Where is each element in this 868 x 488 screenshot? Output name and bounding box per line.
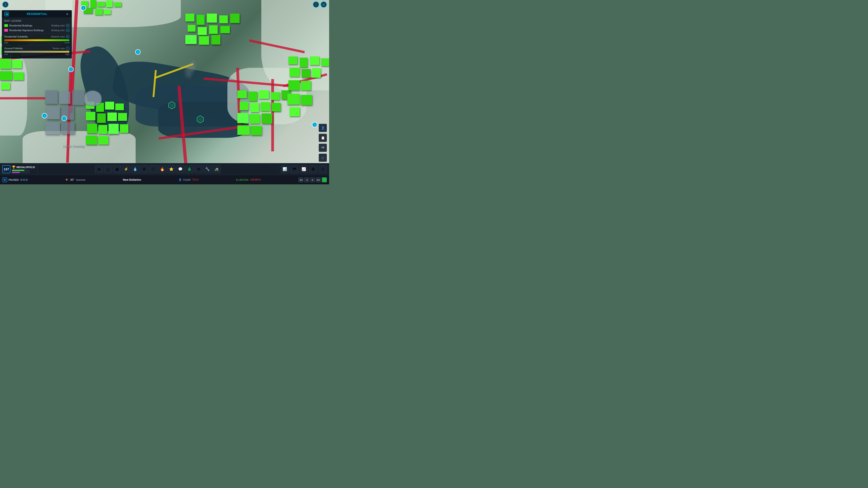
toolbar-buildings-button[interactable]: 🏛 [309,165,317,173]
svg-text:⬡: ⬡ [170,104,173,107]
toolbar-btn-parks[interactable]: 🌲 [185,165,193,173]
city-level-badge: 137 [2,165,10,173]
toolbar-charts-button[interactable]: 📈 [300,165,308,173]
speed-controls [20,179,28,181]
toolbar-right: 📊 🗺 📈 🏛 ◻ [278,163,329,175]
bottom-left: ⏸ PAUSED [2,177,28,182]
help-button[interactable]: ? [313,1,319,8]
pollution-color-type: Terrain color [53,47,65,50]
toolbar-btn-fire[interactable]: 🔥 [158,165,166,173]
gradient-bad-label: Bad [4,41,8,44]
toolbar-map-button[interactable]: 🗺 [290,165,298,173]
status-indicator: ● [322,177,327,182]
bottom-bar: ⏸ PAUSED ☀ 30° Summer New Dollarton 👤 73… [0,175,329,184]
suitability-color-type: Network color [51,35,65,38]
residential-label: Residential Buildings [9,24,32,27]
map-legend-label: MAP LEGEND [4,20,69,22]
speed-dot-1[interactable] [20,179,22,181]
toolbar-main: ◈ △ ◉ ⚡ 💧 ♻ ⬡ 🔥 ⭐ 💬 🌲 ✉ 🔧 🚜 [37,165,278,173]
pop-marker-3: i [135,49,141,55]
signature-swatch [4,29,8,32]
pollution-high-label: High [65,53,69,55]
ground-pollution-row: Ground Pollution Terrain color [4,47,69,50]
bottom-population: 👤 73,629 -712 /h [179,178,199,181]
toolbar-statistics-button[interactable]: 📊 [281,165,289,173]
bottom-money: €1,600,604 -138,699 /h [236,178,261,181]
svg-text:⬡: ⬡ [199,118,202,121]
toolbar-btn-water[interactable]: 💧 [131,165,139,173]
toolbar-expand-button[interactable]: ◻ [319,165,327,173]
paused-label: PAUSED [8,178,19,181]
pop-marker-6: i [312,122,317,127]
weather-season: Summer [76,178,86,181]
pause-button[interactable]: ⏸ [2,177,7,182]
city-bar-2 [12,172,20,173]
expand-right-button[interactable]: ◻ [319,154,327,162]
weather-temp: 30° [70,178,74,182]
money-amount: €1,600,604 [236,178,248,181]
residential-checkbox[interactable] [66,24,69,27]
money-change: -138,699 /h [250,178,261,181]
play-button[interactable]: ▶ [310,177,315,182]
fast-forward-button[interactable]: ▶▶ [316,177,321,182]
prev-button[interactable]: ◀ [304,177,309,182]
toolbar-btn-electricity[interactable]: ⚡ [122,165,130,173]
city-name: MEGALOPOLIS [17,166,35,168]
toolbar-btn-zones[interactable]: ◈ [95,165,103,173]
residential-color-type: Building color [51,24,65,27]
toolbar-btn-roads[interactable]: △ [104,165,112,173]
legend-suitability-row: Residential Suitability Network color [4,35,69,38]
trophy-icon: 🏆 [12,165,16,169]
pollution-checkbox[interactable] [66,47,69,50]
citizens-button[interactable]: 👤 [319,124,327,132]
toolbar-btn-education[interactable]: 💬 [176,165,184,173]
city-name-trophy: 🏆 MEGALOPOLIS [12,165,35,169]
legend-row-signature: Residential Signature Buildings Building… [4,29,69,32]
legend-title: RESIDENTIAL [27,12,47,15]
info-button[interactable]: i [2,1,8,8]
weather-icon: ☀ [65,177,68,182]
pollution-label: Ground Pollution [4,47,23,50]
speed-dot-3[interactable] [26,179,28,181]
signature-color-type: Building color [51,29,65,32]
toolbar-btn-transport[interactable]: 🚜 [213,165,221,173]
legend-header: ◀ RESIDENTIAL ✕ [2,10,72,18]
settings-button[interactable]: ⚙ [320,1,327,8]
map-view-button[interactable]: 🗺 [319,144,327,152]
bottom-city-name: New Dollarton [123,178,141,182]
signature-checkbox[interactable] [66,29,69,32]
population-change: -712 /h [191,178,198,181]
toolbar-btn-services[interactable]: ◉ [113,165,121,173]
toolbar: 137 🏆 MEGALOPOLIS ◈ △ ◉ ⚡ 💧 ♻ ⬡ 🔥 ⭐ 💬 [0,163,329,175]
pop-marker-1: i [68,67,74,72]
toolbar-btn-police[interactable]: ⭐ [167,165,176,173]
pollution-gradient: Low High [4,51,69,55]
journal-button[interactable]: 📋 [319,134,327,142]
city-info-section: 137 🏆 MEGALOPOLIS [0,163,37,175]
pollution-low-label: Low [4,53,8,55]
legend-back-button[interactable]: ◀ [4,12,9,16]
toolbar-btn-industry[interactable]: 🔧 [204,165,212,173]
ground-pollution-section: Ground Pollution Terrain color Low High [4,47,69,55]
suitability-checkbox[interactable] [66,35,69,38]
city-bars [12,170,30,173]
toolbar-btn-health[interactable]: ♻ [140,165,148,173]
population-value: 73,629 [183,178,191,181]
suitability-label: Residential Suitability [4,35,28,38]
city-bar-1 [12,170,24,171]
suitability-gradient: Bad Good [4,39,69,44]
legend-body: MAP LEGEND Residential Buildings Buildin… [2,18,72,58]
pop-marker-4: i [42,113,47,119]
top-bar: i ? ⚙ [0,0,329,9]
legend-panel: ◀ RESIDENTIAL ✕ MAP LEGEND Residential B… [2,10,72,59]
pop-marker-5: i [61,116,67,121]
toolbar-btn-districts[interactable]: ⬡ [149,165,157,173]
signature-label: Residential Signature Buildings [9,29,43,32]
legend-row-residential: Residential Buildings Building color [4,24,69,27]
bottom-right-controls: ◀◀ ◀ ▶ ▶▶ ● [298,177,327,182]
toolbar-btn-comms[interactable]: ✉ [194,165,203,173]
speed-dot-2[interactable] [23,179,25,181]
right-panel: 👤 📋 🗺 ◻ [319,11,327,162]
rewind-button[interactable]: ◀◀ [298,177,303,182]
legend-close-button[interactable]: ✕ [65,12,69,16]
